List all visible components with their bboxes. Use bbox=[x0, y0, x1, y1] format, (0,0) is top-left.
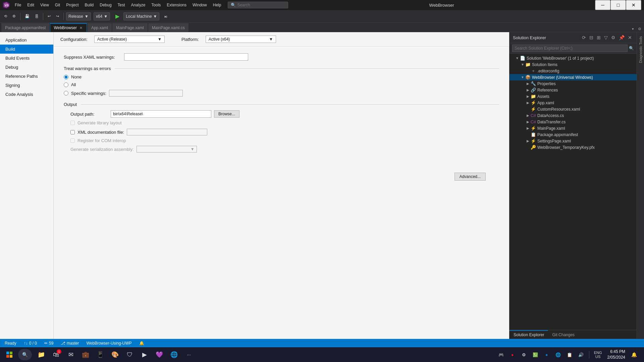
suppress-xaml-input[interactable] bbox=[124, 53, 248, 61]
tree-solution-items[interactable]: ▼ 📁 Solution Items bbox=[509, 61, 637, 68]
taskbar-search[interactable]: 🔍 bbox=[18, 349, 32, 360]
toolbar-save-all-btn[interactable]: 🗄 bbox=[33, 13, 41, 20]
taskbar-mail[interactable]: ✉ bbox=[64, 348, 77, 361]
platform-dropdown[interactable]: x64 ▼ bbox=[94, 12, 110, 20]
notification-bell[interactable]: 🔔 bbox=[629, 350, 639, 359]
tree-temp-key[interactable]: 🔑 WebBrowser_TemporaryKey.pfx bbox=[509, 144, 637, 150]
tab-bar-settings-btn[interactable]: ⚙ bbox=[637, 26, 643, 32]
taskbar-paint[interactable]: 🎨 bbox=[108, 348, 122, 361]
tree-mainpage-xaml[interactable]: ▶ ⚡ MainPage.xaml bbox=[509, 125, 637, 131]
se-close-btn[interactable]: ✕ bbox=[627, 34, 633, 41]
maximize-button[interactable]: □ bbox=[610, 0, 626, 10]
nav-application[interactable]: Application bbox=[0, 36, 53, 45]
nav-debug[interactable]: Debug bbox=[0, 63, 53, 72]
taskbar-more[interactable]: ··· bbox=[182, 348, 196, 361]
status-branch[interactable]: ⎇ master bbox=[59, 339, 81, 347]
minimize-button[interactable]: ─ bbox=[595, 0, 610, 10]
menu-git[interactable]: Git bbox=[52, 1, 63, 9]
radio-all-input[interactable] bbox=[64, 82, 68, 87]
tree-references[interactable]: ▶ 🔗 References bbox=[509, 87, 637, 93]
menu-view[interactable]: View bbox=[38, 1, 52, 9]
status-project[interactable]: WebBrowser-Using-UWP bbox=[84, 339, 133, 347]
toolbar-redo-btn[interactable]: ↪ bbox=[54, 13, 61, 20]
tray-network[interactable]: 🌐 bbox=[553, 350, 563, 359]
menu-tools[interactable]: Tools bbox=[149, 1, 163, 9]
menu-debug[interactable]: Debug bbox=[97, 1, 114, 9]
tray-clipboard[interactable]: 📋 bbox=[565, 350, 574, 359]
radio-none[interactable]: None bbox=[64, 74, 499, 79]
se-settings-btn[interactable]: ⚙ bbox=[610, 34, 617, 41]
output-path-input[interactable] bbox=[111, 110, 211, 118]
nav-reference-paths[interactable]: Reference Paths bbox=[0, 72, 53, 81]
close-button[interactable]: ✕ bbox=[626, 0, 641, 10]
start-button[interactable] bbox=[3, 348, 16, 361]
se-pin-btn[interactable]: 📌 bbox=[618, 34, 626, 41]
tree-data-access[interactable]: ▶ C# DataAccess.cs bbox=[509, 112, 637, 119]
tree-settings-page[interactable]: ▶ ⚡ SettingsPage.xaml bbox=[509, 138, 637, 144]
tree-assets[interactable]: ▶ 📁 Assets bbox=[509, 93, 637, 100]
tab-bar-overflow-btn[interactable]: ▾ bbox=[631, 26, 635, 32]
run-button[interactable]: ▶ bbox=[114, 13, 121, 19]
se-sync-btn[interactable]: ⟳ bbox=[581, 34, 587, 41]
status-ready[interactable]: Ready bbox=[3, 339, 18, 347]
se-tab-solution-explorer[interactable]: Solution Explorer bbox=[509, 330, 548, 339]
tree-editorconfig[interactable]: + .editorconfig bbox=[509, 68, 637, 74]
tab-webbrowser[interactable]: WebBrowser ✕ bbox=[50, 23, 87, 32]
menu-file[interactable]: File bbox=[12, 1, 24, 9]
global-search-input[interactable] bbox=[237, 3, 271, 7]
taskbar-phone[interactable]: 📱 bbox=[94, 348, 107, 361]
toolbar-attach-btn[interactable]: ⏯ bbox=[162, 13, 170, 20]
nav-build[interactable]: Build bbox=[0, 45, 53, 54]
advanced-button[interactable]: Advanced... bbox=[454, 173, 486, 181]
taskbar-explorer[interactable]: 📁 bbox=[35, 348, 48, 361]
toolbar-settings-btn[interactable]: ⚙ bbox=[10, 13, 18, 20]
radio-none-input[interactable] bbox=[64, 75, 68, 79]
xml-doc-input[interactable] bbox=[127, 129, 207, 135]
tray-nvidia[interactable]: 🎮 bbox=[496, 350, 506, 359]
se-collapse-btn[interactable]: ⊟ bbox=[588, 34, 595, 41]
taskbar-security[interactable]: 🛡 bbox=[123, 348, 137, 361]
config-dropdown[interactable]: Active (Release) ▼ bbox=[94, 36, 165, 43]
tab-webbrowser-close[interactable]: ✕ bbox=[79, 26, 83, 30]
menu-window[interactable]: Window bbox=[190, 1, 210, 9]
tree-package[interactable]: 📋 Package.appxmanifest bbox=[509, 131, 637, 138]
menu-help[interactable]: Help bbox=[210, 1, 224, 9]
nav-signing[interactable]: Signing bbox=[0, 81, 53, 90]
browse-button[interactable]: Browse... bbox=[214, 110, 239, 118]
se-search-input[interactable] bbox=[512, 45, 628, 52]
tray-volume[interactable]: 🔊 bbox=[576, 350, 586, 359]
menu-project[interactable]: Project bbox=[63, 1, 81, 9]
menu-edit[interactable]: Edit bbox=[24, 1, 37, 9]
release-dropdown[interactable]: Release ▼ bbox=[66, 12, 91, 20]
tab-package-appxmanifest[interactable]: Package.appxmanifest bbox=[1, 23, 49, 32]
radio-all[interactable]: All bbox=[64, 82, 499, 87]
tree-solution[interactable]: ▼ 📄 Solution 'WebBrowser' (1 of 1 projec… bbox=[509, 55, 637, 61]
tree-data-transfer[interactable]: ▶ C# DataTransfer.cs bbox=[509, 119, 637, 125]
toolbar-save-btn[interactable]: 💾 bbox=[23, 13, 32, 20]
tab-app-xaml[interactable]: App.xaml bbox=[88, 23, 112, 32]
taskbar-media[interactable]: ▶ bbox=[138, 348, 151, 361]
generate-library-checkbox[interactable] bbox=[70, 121, 75, 125]
tree-properties[interactable]: ▶ 🔧 Properties bbox=[509, 80, 637, 87]
toolbar-undo-btn[interactable]: ↩ bbox=[46, 13, 53, 20]
specific-warnings-input[interactable] bbox=[109, 90, 183, 97]
taskbar-app5[interactable]: 💼 bbox=[79, 348, 92, 361]
local-machine-dropdown[interactable]: Local Machine ▼ bbox=[123, 12, 159, 20]
status-bell[interactable]: 🔔 bbox=[137, 339, 146, 347]
taskbar-store[interactable]: 🛍 1 bbox=[49, 348, 63, 361]
tray-red[interactable]: ● bbox=[508, 350, 517, 359]
xml-doc-checkbox[interactable] bbox=[70, 130, 75, 134]
menu-build[interactable]: Build bbox=[82, 1, 97, 9]
toolbar-back-btn[interactable]: ⟲ bbox=[2, 13, 9, 20]
tray-chart[interactable]: 💹 bbox=[531, 350, 540, 359]
nav-build-events[interactable]: Build Events bbox=[0, 54, 53, 63]
status-arrows[interactable]: ↑↓ 0 / 0 bbox=[22, 339, 39, 347]
tree-project[interactable]: ▼ 📦 WebBrowser (Universal Windows) bbox=[509, 74, 637, 80]
se-filter-btn[interactable]: ▽ bbox=[603, 34, 609, 41]
platform-dropdown-select[interactable]: Active (x64) ▼ bbox=[206, 36, 276, 43]
language-indicator[interactable]: ENGUS bbox=[593, 351, 603, 359]
menu-analyze[interactable]: Analyze bbox=[128, 1, 148, 9]
tray-gear[interactable]: ⚙ bbox=[519, 350, 529, 359]
tab-mainpage-xaml[interactable]: MainPage.xaml bbox=[112, 23, 148, 32]
tab-mainpage-xaml-cs[interactable]: MainPage.xaml.cs bbox=[148, 23, 189, 32]
